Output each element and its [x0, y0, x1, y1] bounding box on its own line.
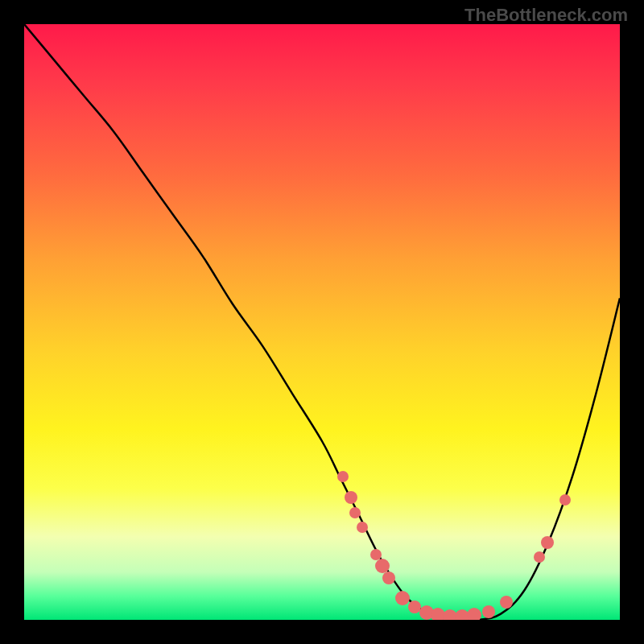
data-point: [559, 494, 571, 506]
plot-area: [24, 24, 620, 620]
data-point: [349, 507, 361, 518]
watermark-text: TheBottleneck.com: [464, 5, 628, 26]
data-point: [337, 471, 349, 482]
data-point: [541, 536, 554, 549]
data-point: [370, 549, 382, 560]
data-point: [357, 522, 368, 533]
data-point: [534, 551, 545, 563]
data-point: [382, 572, 395, 584]
data-point: [395, 591, 410, 605]
data-point: [467, 608, 481, 620]
data-points-layer: [24, 24, 620, 620]
data-point: [500, 596, 513, 609]
data-point: [345, 491, 357, 504]
data-point: [482, 605, 495, 618]
